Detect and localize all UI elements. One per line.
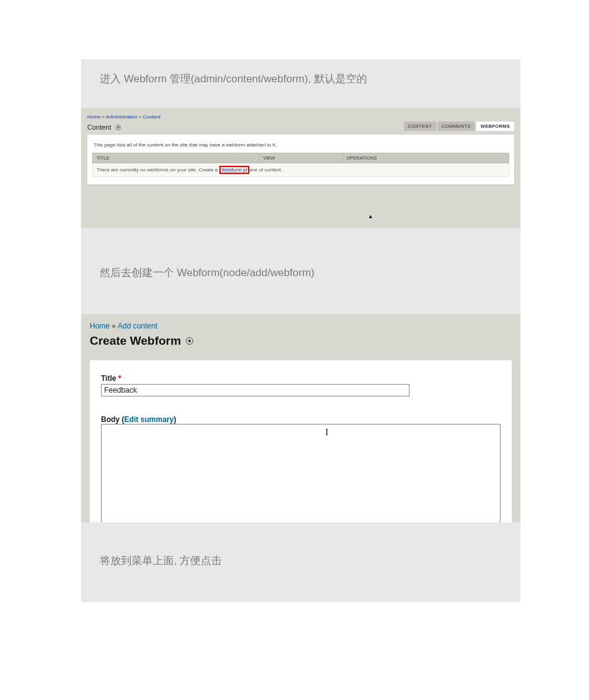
caption-3: 将放到菜单上面, 方便点击: [81, 554, 520, 568]
body-textarea[interactable]: [101, 424, 500, 522]
breadcrumb-home[interactable]: Home: [90, 322, 110, 330]
section-2: 然后去创建一个 Webform(node/add/webform) Home »…: [81, 253, 520, 522]
spacer: [81, 228, 520, 253]
breadcrumb-home[interactable]: Home: [87, 114, 100, 120]
edit-summary-link[interactable]: Edit summary: [124, 415, 173, 424]
table-empty-row: There are currently no webforms on your …: [93, 163, 509, 177]
section-1: 进入 Webform 管理(admin/content/webform), 默认…: [81, 59, 520, 228]
document-page: 进入 Webform 管理(admin/content/webform), 默认…: [0, 0, 589, 602]
body-label-prefix: Body (: [101, 415, 124, 424]
title-label: Title *: [101, 374, 500, 384]
col-view: VIEW: [259, 153, 343, 163]
page-title-text: Create Webform: [90, 334, 181, 348]
webform-table: TITLE VIEW OPERATIONS There are currentl…: [92, 153, 509, 177]
content-tabs: CONTENT COMMENTS WEBFORMS: [404, 122, 515, 131]
tab-content[interactable]: CONTENT: [404, 122, 436, 131]
gear-icon[interactable]: [186, 337, 193, 345]
table-header-row: TITLE VIEW OPERATIONS: [93, 153, 509, 163]
screenshot-create-webform: Home » Add content Create Webform Title …: [81, 314, 520, 522]
panel-description: This page lists all of the content on th…: [92, 138, 509, 153]
title-label-text: Title: [101, 374, 116, 383]
section-3: 将放到菜单上面, 方便点击: [81, 522, 520, 602]
screenshot-content-listing: Home » Administration » Content Content …: [81, 108, 520, 228]
tab-webforms[interactable]: WEBFORMS: [476, 122, 514, 131]
page-title: Create Webform: [90, 334, 512, 360]
required-mark: *: [118, 374, 122, 383]
caption-2: 然后去创建一个 Webform(node/add/webform): [81, 262, 520, 314]
breadcrumb-add-content[interactable]: Add content: [118, 322, 158, 330]
caption-1: 进入 Webform 管理(admin/content/webform), 默认…: [81, 69, 520, 108]
col-title: TITLE: [93, 153, 259, 163]
empty-suffix: ece of content.: [249, 167, 282, 173]
empty-prefix: There are currently no webforms on your …: [97, 167, 219, 173]
create-webform-link[interactable]: Webform pi: [219, 166, 250, 174]
tab-comments[interactable]: COMMENTS: [438, 122, 475, 131]
empty-message-cell: There are currently no webforms on your …: [93, 163, 509, 177]
breadcrumb-sep: »: [112, 322, 116, 330]
breadcrumb-sep: »: [102, 114, 105, 120]
breadcrumb: Home » Add content: [90, 322, 512, 334]
page-title-text: Content: [87, 123, 112, 131]
cursor-icon: ▴: [369, 213, 372, 219]
col-operations: OPERATIONS: [342, 153, 509, 163]
title-input[interactable]: [101, 384, 409, 396]
breadcrumb-content[interactable]: Content: [143, 114, 160, 120]
listing-panel: This page lists all of the content on th…: [87, 135, 514, 185]
breadcrumb-sep: »: [139, 114, 141, 120]
body-label: Body (Edit summary): [101, 415, 500, 424]
body-wrap: I: [101, 424, 500, 522]
gear-icon[interactable]: [115, 125, 121, 130]
breadcrumb-admin[interactable]: Administration: [106, 114, 138, 120]
body-label-suffix: ): [174, 415, 176, 424]
form-panel: Title * Body (Edit summary) I: [90, 360, 512, 522]
